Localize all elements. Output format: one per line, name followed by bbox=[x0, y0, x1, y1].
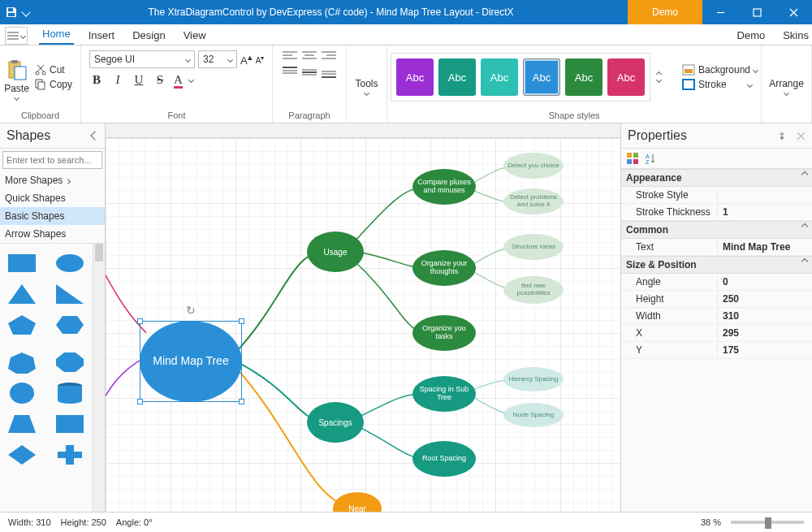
svg-point-12 bbox=[36, 71, 39, 75]
style-swatch-3[interactable]: Abc bbox=[523, 58, 560, 96]
section-appearance[interactable]: Appearance bbox=[626, 172, 682, 184]
node-hierarchy[interactable]: Hierarcy Spacing bbox=[503, 367, 564, 391]
node-organize-tasks[interactable]: Organize you tasks bbox=[412, 315, 476, 351]
shape-octagon[interactable] bbox=[54, 351, 85, 374]
underline-button[interactable]: U bbox=[132, 73, 146, 87]
font-color-button[interactable]: A bbox=[174, 73, 183, 87]
shape-hexagon[interactable] bbox=[54, 314, 85, 336]
shape-cylinder[interactable] bbox=[54, 382, 85, 404]
valign-mid-icon[interactable] bbox=[302, 67, 317, 78]
prop-x[interactable]: X295 bbox=[621, 325, 812, 342]
shape-plus[interactable] bbox=[54, 443, 85, 466]
tab-demo[interactable]: Demo bbox=[734, 26, 769, 45]
tab-insert[interactable]: Insert bbox=[85, 26, 119, 45]
tab-home[interactable]: Home bbox=[39, 24, 74, 45]
cat-basic-shapes[interactable]: Basic Shapes bbox=[0, 207, 105, 225]
grow-font-icon[interactable]: A▴ bbox=[240, 52, 253, 67]
shape-rectangle[interactable] bbox=[6, 252, 37, 275]
shape-parallelogram[interactable] bbox=[54, 413, 85, 435]
close-button[interactable] bbox=[775, 0, 812, 24]
style-swatch-5[interactable]: Abc bbox=[607, 58, 645, 96]
close-panel-icon[interactable] bbox=[797, 132, 806, 141]
shape-trapezoid[interactable] bbox=[6, 413, 37, 435]
style-swatch-2[interactable]: Abc bbox=[481, 58, 518, 96]
shape-ellipse[interactable] bbox=[54, 252, 85, 275]
pin-icon[interactable] bbox=[777, 131, 787, 141]
rotate-handle-icon[interactable]: ↻ bbox=[186, 304, 196, 317]
font-color-dropdown-icon[interactable] bbox=[188, 77, 194, 83]
prop-height[interactable]: Height250 bbox=[621, 291, 812, 308]
font-family-combo[interactable]: Segoe UI bbox=[89, 50, 195, 68]
diagram-canvas[interactable]: ↻ Mind Map Tree Usage Spacings Near Comp… bbox=[106, 123, 621, 512]
cat-arrow-shapes[interactable]: Arrow Shapes bbox=[0, 225, 105, 243]
paste-button[interactable]: Paste bbox=[3, 55, 30, 100]
align-right-icon[interactable] bbox=[322, 50, 336, 62]
node-root-spacing[interactable]: Root Spacing bbox=[412, 441, 476, 477]
copy-button[interactable]: Copy bbox=[35, 79, 72, 90]
file-menu-button[interactable] bbox=[5, 27, 28, 45]
style-swatch-1[interactable]: Abc bbox=[438, 58, 476, 96]
shape-heptagon[interactable] bbox=[6, 351, 37, 374]
background-button[interactable]: Background bbox=[682, 64, 758, 76]
minimize-button[interactable] bbox=[702, 0, 739, 24]
tab-design[interactable]: Design bbox=[129, 26, 168, 45]
qat-dropdown-icon[interactable] bbox=[21, 7, 30, 16]
shape-right-triangle[interactable] bbox=[54, 283, 85, 305]
cat-more-shapes[interactable]: More Shapes bbox=[0, 171, 105, 189]
maximize-button[interactable] bbox=[739, 0, 775, 24]
align-center-icon[interactable] bbox=[302, 50, 317, 62]
shape-diamond[interactable] bbox=[6, 443, 37, 466]
shrink-font-icon[interactable]: A▾ bbox=[256, 54, 265, 65]
shape-triangle[interactable] bbox=[6, 283, 37, 305]
tab-view[interactable]: View bbox=[180, 26, 209, 45]
shape-circle[interactable] bbox=[6, 382, 37, 404]
node-root[interactable]: Mind Map Tree bbox=[140, 321, 242, 402]
strike-button[interactable]: S bbox=[153, 73, 167, 87]
bold-button[interactable]: B bbox=[89, 73, 104, 87]
gallery-scrollbar[interactable] bbox=[93, 244, 105, 512]
categorized-icon[interactable] bbox=[626, 152, 639, 165]
font-size-combo[interactable]: 32 bbox=[198, 50, 237, 68]
arrange-button[interactable]: Arrange bbox=[765, 70, 808, 95]
prop-stroke-thickness[interactable]: Stroke Thickness1 bbox=[621, 204, 812, 221]
shapes-search-input[interactable] bbox=[6, 155, 119, 165]
prop-angle[interactable]: Angle0 bbox=[621, 274, 812, 291]
styles-scroll-down-icon[interactable] bbox=[656, 77, 662, 83]
prop-y[interactable]: Y175 bbox=[621, 342, 812, 359]
prop-stroke-style[interactable]: Stroke Style bbox=[621, 187, 812, 204]
node-detect-choice[interactable]: Detect you choice bbox=[503, 153, 564, 179]
demo-button[interactable]: Demo bbox=[628, 0, 702, 24]
node-spacings[interactable]: Spacings bbox=[307, 402, 364, 443]
tab-skins[interactable]: Skins bbox=[780, 26, 812, 45]
cut-button[interactable]: Cut bbox=[35, 64, 72, 76]
cat-quick-shapes[interactable]: Quick Shapes bbox=[0, 189, 105, 207]
align-left-icon[interactable] bbox=[283, 50, 297, 62]
tools-button[interactable]: Tools bbox=[350, 70, 383, 95]
zoom-slider[interactable] bbox=[731, 521, 804, 524]
alphabetical-icon[interactable]: AZ bbox=[644, 152, 657, 165]
section-size-position[interactable]: Size & Position bbox=[626, 259, 697, 270]
prop-width[interactable]: Width310 bbox=[621, 308, 812, 325]
node-usage[interactable]: Usage bbox=[307, 231, 364, 272]
svg-rect-3 bbox=[754, 9, 761, 16]
status-angle: Angle: 0° bbox=[116, 517, 153, 527]
node-detect-problems[interactable]: Detect problems and solve it bbox=[503, 188, 564, 214]
shape-pentagon[interactable] bbox=[6, 314, 37, 336]
section-common[interactable]: Common bbox=[626, 224, 668, 236]
save-icon[interactable] bbox=[5, 6, 18, 19]
valign-top-icon[interactable] bbox=[283, 67, 297, 78]
style-swatch-4[interactable]: Abc bbox=[565, 58, 603, 96]
stroke-button[interactable]: Stroke bbox=[682, 79, 758, 90]
node-compare[interactable]: Compare pluses and minuses bbox=[412, 169, 476, 205]
node-find-new[interactable]: find new possibilities bbox=[503, 276, 564, 304]
style-swatch-0[interactable]: Abc bbox=[396, 58, 434, 96]
node-node-spacing[interactable]: Node Spacing bbox=[503, 403, 564, 427]
prop-text[interactable]: TextMind Map Tree bbox=[621, 239, 812, 256]
node-spacing-sub[interactable]: Spacing in Sub Tree bbox=[412, 376, 476, 412]
node-structure-ideas[interactable]: Structure ideas bbox=[503, 234, 564, 260]
node-organize-thoughts[interactable]: Organize your thoughts bbox=[412, 250, 476, 286]
collapse-shapes-icon[interactable] bbox=[90, 131, 99, 140]
valign-bot-icon[interactable] bbox=[322, 67, 336, 78]
shapes-search[interactable] bbox=[2, 151, 102, 169]
italic-button[interactable]: I bbox=[110, 73, 125, 87]
